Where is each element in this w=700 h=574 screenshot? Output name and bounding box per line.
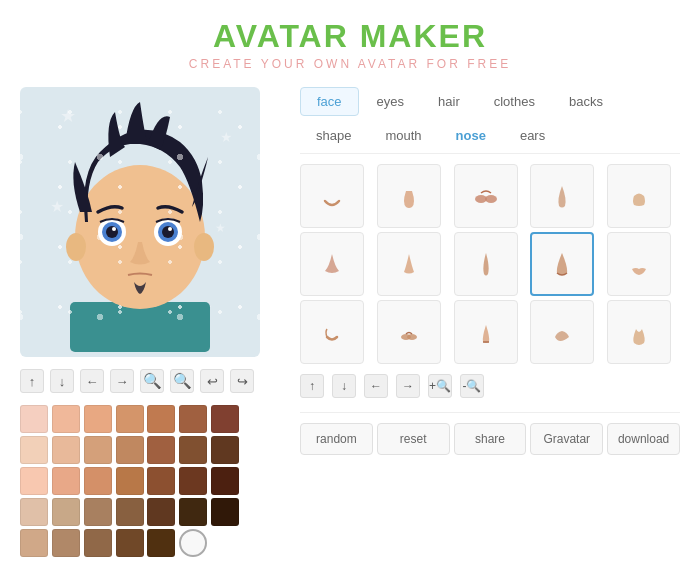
color-swatch[interactable] bbox=[84, 436, 112, 464]
color-swatch[interactable] bbox=[179, 467, 207, 495]
svg-point-19 bbox=[168, 227, 172, 231]
nose-option-7[interactable] bbox=[377, 232, 441, 296]
nose-option-15[interactable] bbox=[607, 300, 671, 364]
color-swatch[interactable] bbox=[211, 467, 239, 495]
color-swatch[interactable] bbox=[116, 405, 144, 433]
nose-option-14[interactable] bbox=[530, 300, 594, 364]
grid-left-button[interactable]: ← bbox=[364, 374, 388, 398]
grid-zoom-in-button[interactable]: +🔍 bbox=[428, 374, 452, 398]
color-swatch[interactable] bbox=[84, 498, 112, 526]
gravatar-button[interactable]: Gravatar bbox=[530, 423, 603, 455]
nose-option-11[interactable] bbox=[300, 300, 364, 364]
svg-point-12 bbox=[98, 218, 126, 246]
nose-option-1[interactable] bbox=[300, 164, 364, 228]
redo-button[interactable]: ↪ bbox=[230, 369, 254, 393]
svg-text:★: ★ bbox=[220, 129, 233, 145]
download-button[interactable]: download bbox=[607, 423, 680, 455]
color-swatch[interactable] bbox=[20, 529, 48, 557]
nose-option-3[interactable] bbox=[454, 164, 518, 228]
svg-point-23 bbox=[407, 334, 417, 340]
grid-nav-controls: ↑ ↓ ← → +🔍 -🔍 bbox=[300, 374, 680, 398]
right-panel: face eyes hair clothes backs shape mouth… bbox=[300, 87, 680, 557]
move-left-button[interactable]: ← bbox=[80, 369, 104, 393]
color-swatch[interactable] bbox=[52, 405, 80, 433]
grid-down-button[interactable]: ↓ bbox=[332, 374, 356, 398]
avatar-illustration: ★ ★ ★ ★ ★ ★ bbox=[40, 92, 240, 352]
color-swatch[interactable] bbox=[84, 529, 112, 557]
subtab-mouth[interactable]: mouth bbox=[369, 124, 437, 147]
color-swatch[interactable] bbox=[20, 498, 48, 526]
color-swatch[interactable] bbox=[116, 529, 144, 557]
move-right-button[interactable]: → bbox=[110, 369, 134, 393]
nose-option-2[interactable] bbox=[377, 164, 441, 228]
tab-clothes[interactable]: clothes bbox=[478, 87, 551, 116]
color-swatch[interactable] bbox=[52, 436, 80, 464]
color-swatch[interactable] bbox=[84, 405, 112, 433]
color-swatch[interactable] bbox=[211, 405, 239, 433]
avatar-controls: ↑ ↓ ← → 🔍 🔍 ↩ ↪ bbox=[20, 365, 280, 397]
color-swatch[interactable] bbox=[147, 405, 175, 433]
nose-option-9[interactable] bbox=[530, 232, 594, 296]
nose-option-6[interactable] bbox=[300, 232, 364, 296]
color-swatch[interactable] bbox=[147, 436, 175, 464]
zoom-out-button[interactable]: 🔍 bbox=[170, 369, 194, 393]
svg-point-11 bbox=[194, 233, 214, 261]
nose-options-grid bbox=[300, 164, 680, 364]
svg-text:★: ★ bbox=[200, 299, 213, 315]
color-swatch[interactable] bbox=[52, 529, 80, 557]
grid-up-button[interactable]: ↑ bbox=[300, 374, 324, 398]
svg-point-21 bbox=[485, 195, 497, 203]
color-swatch[interactable] bbox=[179, 405, 207, 433]
page-header: AVATAR MAKER CREATE YOUR OWN AVATAR FOR … bbox=[0, 0, 700, 77]
nose-option-12[interactable] bbox=[377, 300, 441, 364]
nose-option-4[interactable] bbox=[530, 164, 594, 228]
color-swatch[interactable] bbox=[116, 498, 144, 526]
main-content: ★ ★ ★ ★ ★ ★ bbox=[0, 77, 700, 567]
subtab-shape[interactable]: shape bbox=[300, 124, 367, 147]
svg-text:★: ★ bbox=[60, 106, 76, 126]
color-swatch[interactable] bbox=[52, 498, 80, 526]
grid-right-button[interactable]: → bbox=[396, 374, 420, 398]
tab-backs[interactable]: backs bbox=[553, 87, 619, 116]
subtab-ears[interactable]: ears bbox=[504, 124, 561, 147]
svg-point-9 bbox=[75, 165, 205, 309]
color-swatch[interactable] bbox=[179, 498, 207, 526]
color-swatch[interactable] bbox=[147, 498, 175, 526]
page-subtitle: CREATE YOUR OWN AVATAR FOR FREE bbox=[0, 57, 700, 71]
svg-point-15 bbox=[158, 222, 178, 242]
color-swatch[interactable] bbox=[20, 467, 48, 495]
svg-text:★: ★ bbox=[70, 313, 79, 324]
random-button[interactable]: random bbox=[300, 423, 373, 455]
share-button[interactable]: share bbox=[454, 423, 527, 455]
reset-button[interactable]: reset bbox=[377, 423, 450, 455]
tab-hair[interactable]: hair bbox=[422, 87, 476, 116]
color-swatch[interactable] bbox=[20, 436, 48, 464]
move-down-button[interactable]: ↓ bbox=[50, 369, 74, 393]
color-swatch[interactable] bbox=[147, 467, 175, 495]
nose-option-8[interactable] bbox=[454, 232, 518, 296]
move-up-button[interactable]: ↑ bbox=[20, 369, 44, 393]
no-color-swatch[interactable] bbox=[179, 529, 207, 557]
grid-zoom-out-button[interactable]: -🔍 bbox=[460, 374, 484, 398]
color-swatch[interactable] bbox=[211, 436, 239, 464]
action-bar: random reset share Gravatar download bbox=[300, 412, 680, 455]
color-swatch[interactable] bbox=[20, 405, 48, 433]
nose-option-13[interactable] bbox=[454, 300, 518, 364]
color-swatch[interactable] bbox=[147, 529, 175, 557]
avatar-canvas: ★ ★ ★ ★ ★ ★ bbox=[20, 87, 260, 357]
color-swatch[interactable] bbox=[211, 498, 239, 526]
nose-option-5[interactable] bbox=[607, 164, 671, 228]
color-swatch[interactable] bbox=[116, 436, 144, 464]
tab-face[interactable]: face bbox=[300, 87, 359, 116]
sub-tabs: shape mouth nose ears bbox=[300, 124, 680, 154]
color-swatch[interactable] bbox=[116, 467, 144, 495]
nose-option-10[interactable] bbox=[607, 232, 671, 296]
subtab-nose[interactable]: nose bbox=[440, 124, 502, 147]
color-swatch[interactable] bbox=[84, 467, 112, 495]
category-tabs: face eyes hair clothes backs bbox=[300, 87, 680, 116]
undo-button[interactable]: ↩ bbox=[200, 369, 224, 393]
color-swatch[interactable] bbox=[179, 436, 207, 464]
tab-eyes[interactable]: eyes bbox=[361, 87, 420, 116]
color-swatch[interactable] bbox=[52, 467, 80, 495]
zoom-in-button[interactable]: 🔍 bbox=[140, 369, 164, 393]
